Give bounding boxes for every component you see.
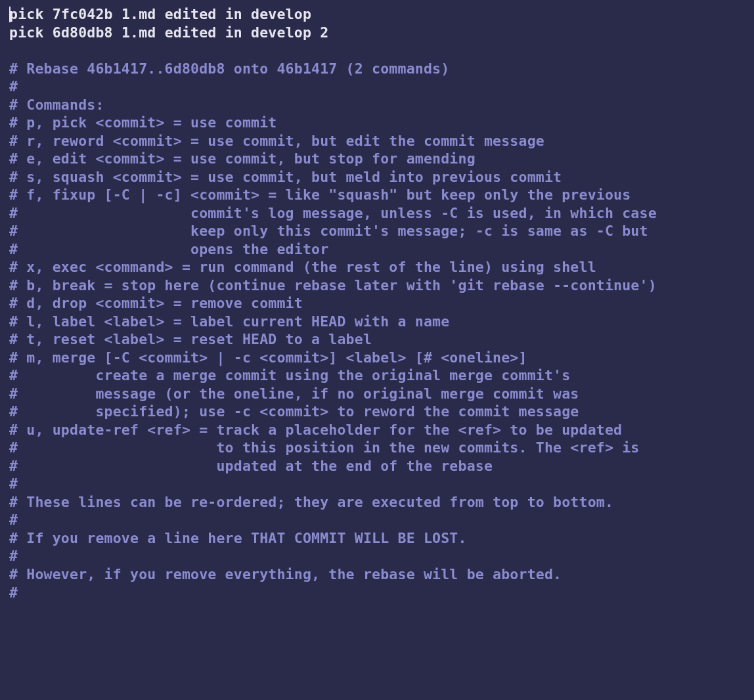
comment-line: # keep only this commit's message; -c is… — [9, 223, 648, 239]
comment-line: # Commands: — [9, 97, 104, 113]
comment-line: # However, if you remove everything, the… — [9, 566, 562, 582]
comment-line: # — [9, 475, 18, 492]
comment-line: # r, reword <commit> = use commit, but e… — [9, 133, 544, 149]
pick-hash-0: 7fc042b — [53, 6, 113, 22]
comment-line: # — [9, 548, 18, 564]
comment-line: # m, merge [-C <commit> | -c <commit>] <… — [9, 349, 527, 366]
pick-line-0: pick 7fc042b 1.md edited in develop — [9, 6, 311, 22]
pick-cmd-1: pick — [9, 24, 44, 41]
comment-line: # create a merge commit using the origin… — [9, 367, 570, 383]
comment-line: # s, squash <commit> = use commit, but m… — [9, 169, 562, 185]
comment-line: # These lines can be re-ordered; they ar… — [9, 494, 613, 510]
comment-line: # opens the editor — [9, 241, 328, 257]
comment-line: # b, break = stop here (continue rebase … — [9, 277, 657, 294]
comment-line: # message (or the oneline, if no origina… — [9, 385, 579, 402]
comment-line: # u, update-ref <ref> = track a placehol… — [9, 422, 622, 438]
pick-hash-1: 6d80db8 — [53, 24, 113, 41]
pick-line-1: pick 6d80db8 1.md edited in develop 2 — [9, 24, 328, 41]
comment-line: # specified); use -c <commit> to reword … — [9, 403, 579, 420]
comment-line: # Rebase 46b1417..6d80db8 onto 46b1417 (… — [9, 60, 449, 77]
comment-line: # to this position in the new commits. T… — [9, 439, 640, 456]
comment-line: # commit's log message, unless -C is use… — [9, 205, 657, 221]
comment-line: # p, pick <commit> = use commit — [9, 114, 277, 131]
comment-line: # x, exec <command> = run command (the r… — [9, 259, 596, 275]
comment-line: # — [9, 512, 18, 528]
comment-line: # t, reset <label> = reset HEAD to a lab… — [9, 331, 372, 347]
comment-line: # f, fixup [-C | -c] <commit> = like "sq… — [9, 186, 631, 203]
comment-block: # Rebase 46b1417..6d80db8 onto 46b1417 (… — [9, 60, 657, 601]
pick-msg-1: 1.md edited in develop 2 — [122, 24, 328, 41]
pick-msg-0: 1.md edited in develop — [122, 6, 311, 22]
comment-line: # — [9, 78, 18, 95]
pick-cmd-0: pick — [9, 6, 44, 22]
git-rebase-editor[interactable]: pick 7fc042b 1.md edited in develop pick… — [0, 0, 754, 700]
comment-line: # e, edit <commit> = use commit, but sto… — [9, 150, 476, 167]
comment-line: # d, drop <commit> = remove commit — [9, 295, 303, 311]
comment-line: # l, label <label> = label current HEAD … — [9, 313, 449, 330]
comment-line: # If you remove a line here THAT COMMIT … — [9, 530, 467, 546]
comment-line: # updated at the end of the rebase — [9, 458, 493, 474]
comment-line: # — [9, 584, 18, 601]
